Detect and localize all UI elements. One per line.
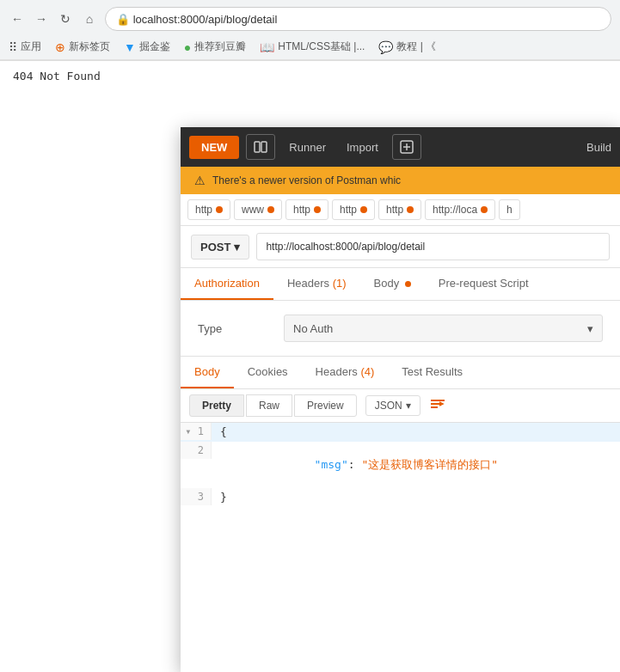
json-format-select[interactable]: JSON ▾: [365, 395, 420, 416]
tab-http-1[interactable]: http: [187, 199, 230, 220]
auth-type-row: Type No Auth ▾: [198, 315, 603, 342]
tab-unsaved-dot: [267, 206, 274, 213]
bookmark-jujin[interactable]: ▼ 掘金鉴: [124, 40, 170, 54]
tab-headers-label: Headers: [287, 277, 329, 290]
reload-button[interactable]: ↻: [57, 10, 74, 27]
resp-headers-badge: (4): [360, 365, 374, 378]
request-tabs-row: http www http http http http://loca h: [181, 194, 620, 226]
auth-type-value: No Auth: [293, 322, 333, 335]
runner-button[interactable]: Runner: [282, 136, 333, 159]
code-line-3: 3 }: [181, 488, 620, 507]
tab-h[interactable]: h: [499, 199, 520, 220]
postman-header: NEW Runner Import Build: [181, 127, 620, 167]
address-bar[interactable]: 🔒 localhost:8000/api/blog/detail: [105, 7, 611, 31]
request-sub-tabs: Authorization Headers (1) Body Pre-reque…: [181, 268, 620, 301]
tab-label: www: [242, 204, 264, 216]
response-tabs: Body Cookies Headers (4) Test Results: [181, 357, 620, 389]
headers-badge: (1): [333, 277, 347, 290]
resp-tab-cookies[interactable]: Cookies: [234, 357, 302, 388]
not-found-message: 404 Not Found: [0, 61, 620, 91]
tab-http-4[interactable]: http: [378, 199, 421, 220]
notification-bar: ⚠ There's a newer version of Postman whi…: [181, 167, 620, 194]
code-key-msg: "msg": [315, 458, 348, 471]
tab-unsaved-dot: [216, 206, 223, 213]
resp-tab-body-label: Body: [194, 365, 220, 378]
json-select-label: JSON: [375, 400, 402, 412]
tab-prerequest-label: Pre-request Script: [439, 277, 529, 290]
bookmark-apps[interactable]: ⠿ 应用: [9, 40, 41, 54]
bookmark-jujin-label: 掘金鉴: [139, 40, 170, 54]
browser-toolbar: ← → ↻ ⌂ 🔒 localhost:8000/api/blog/detail: [0, 0, 620, 38]
line-number-2: 2: [181, 442, 212, 459]
new-button[interactable]: NEW: [189, 136, 239, 159]
tab-label: http://loca: [433, 204, 477, 216]
request-line: POST ▾: [181, 226, 620, 268]
tab-unsaved-dot: [360, 206, 367, 213]
bookmark-douban[interactable]: ● 推荐到豆瓣: [184, 40, 246, 54]
builder-label: Build: [586, 141, 611, 154]
expand-arrow-icon: ▾: [185, 425, 191, 437]
line-number-3: 3: [181, 488, 212, 505]
address-lock-icon: 🔒: [116, 13, 130, 26]
tab-label: http: [293, 204, 310, 216]
home-button[interactable]: ⌂: [81, 10, 98, 27]
tab-http-3[interactable]: http: [332, 199, 375, 220]
code-line-1: ▾ 1 {: [181, 423, 620, 442]
tab-localhost[interactable]: http://loca: [425, 199, 495, 220]
notification-text: There's a newer version of Postman whic: [212, 174, 401, 186]
svg-rect-1: [261, 142, 267, 152]
tab-headers[interactable]: Headers (1): [273, 268, 360, 300]
auth-type-select[interactable]: No Auth ▾: [284, 315, 603, 342]
resp-tab-headers[interactable]: Headers (4): [302, 357, 389, 388]
tab-www[interactable]: www: [234, 199, 282, 220]
resp-tab-testresults-label: Test Results: [402, 365, 463, 378]
code-editor[interactable]: ▾ 1 { 2 "msg": "这是获取博客详情的接口" 3 }: [181, 423, 620, 672]
format-pretty-button[interactable]: Pretty: [189, 394, 244, 417]
wrap-button[interactable]: [429, 397, 446, 414]
code-value-msg: "这是获取博客详情的接口": [361, 458, 498, 471]
tab-label: h: [506, 204, 513, 216]
json-chevron-icon: ▾: [406, 400, 411, 412]
back-button[interactable]: ←: [9, 10, 26, 27]
auth-select-chevron-icon: ▾: [587, 322, 593, 335]
bookmark-apps-label: 应用: [21, 40, 41, 54]
method-selector[interactable]: POST ▾: [191, 235, 249, 260]
url-input[interactable]: [256, 233, 610, 260]
method-chevron-icon: ▾: [234, 241, 240, 254]
line-content-3: }: [212, 488, 236, 506]
svg-rect-0: [255, 142, 260, 152]
tab-body[interactable]: Body: [360, 268, 425, 300]
bookmark-htmlcss[interactable]: 📖 HTML/CSS基础 |...: [260, 40, 365, 54]
tab-unsaved-dot: [407, 206, 414, 213]
layout-icon-button[interactable]: [246, 134, 275, 160]
bookmark-tutorial[interactable]: 💬 教程 | 《: [378, 40, 436, 54]
bookmark-douban-label: 推荐到豆瓣: [194, 40, 246, 54]
import-button[interactable]: Import: [340, 136, 385, 159]
bookmark-newtab-label: 新标签页: [69, 40, 110, 54]
format-toolbar: Pretty Raw Preview JSON ▾: [181, 389, 620, 423]
tab-http-2[interactable]: http: [285, 199, 328, 220]
tab-body-label: Body: [374, 277, 400, 290]
tab-authorization[interactable]: Authorization: [181, 268, 273, 300]
tab-label: http: [195, 204, 212, 216]
bookmark-tutorial-label: 教程 | 《: [396, 40, 436, 54]
response-section: Body Cookies Headers (4) Test Results Pr…: [181, 357, 620, 672]
tab-prerequest[interactable]: Pre-request Script: [425, 268, 543, 300]
auth-type-label: Type: [198, 322, 267, 335]
format-preview-button[interactable]: Preview: [294, 394, 357, 417]
forward-button[interactable]: →: [33, 10, 50, 27]
resp-tab-testresults[interactable]: Test Results: [388, 357, 476, 388]
resp-tab-body[interactable]: Body: [181, 357, 234, 388]
bookmarks-bar: ⠿ 应用 ⊕ 新标签页 ▼ 掘金鉴 ● 推荐到豆瓣 📖 HTML/CSS基础 |…: [0, 38, 620, 60]
tab-unsaved-dot: [481, 206, 488, 213]
bookmark-newtab[interactable]: ⊕ 新标签页: [55, 40, 110, 54]
tab-unsaved-dot: [314, 206, 321, 213]
resp-tab-headers-label: Headers: [316, 365, 358, 378]
browser-chrome: ← → ↻ ⌂ 🔒 localhost:8000/api/blog/detail…: [0, 0, 620, 61]
auth-section: Type No Auth ▾: [181, 301, 620, 357]
code-line-2: 2 "msg": "这是获取博客详情的接口": [181, 442, 620, 488]
postman-window: NEW Runner Import Build ⚠ There's a newe…: [181, 127, 620, 672]
add-tab-icon-button[interactable]: [392, 134, 421, 160]
format-raw-button[interactable]: Raw: [246, 394, 292, 417]
line-content-1: {: [212, 423, 236, 441]
